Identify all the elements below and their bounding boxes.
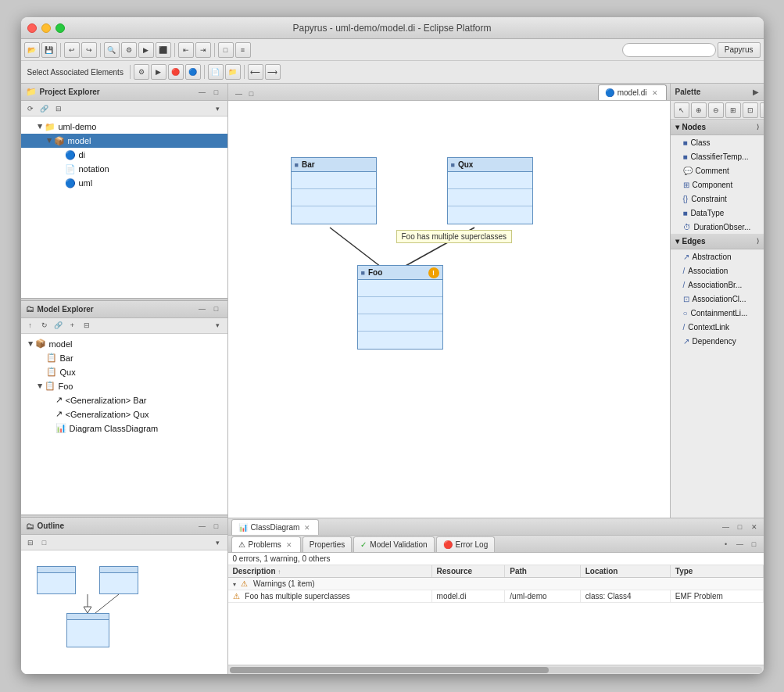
palette-item-abstraction[interactable]: ↗ Abstraction — [671, 249, 764, 264]
palette-more-btn[interactable]: ⋯ — [760, 102, 764, 118]
toolbar-r2-btn2[interactable]: ▶ — [151, 64, 166, 80]
pe-tb-btn1[interactable]: ⟳ — [24, 102, 37, 115]
toolbar-btn-6[interactable]: ⚙ — [121, 42, 137, 58]
palette-item-associationcl[interactable]: ⊡ AssociationCl... — [671, 292, 764, 306]
me-tb-btn2[interactable]: ↻ — [38, 319, 51, 332]
diagram-canvas[interactable]: ■ Bar ■ Qux — [228, 101, 670, 518]
me-tb-btn1[interactable]: ↑ — [24, 319, 37, 332]
palette-edges-section[interactable]: ▾ Edges ⟩ — [671, 234, 764, 249]
tree-item-di[interactable]: 🔵 di — [21, 148, 227, 162]
palette-select-btn[interactable]: ↖ — [674, 102, 689, 118]
palette-item-contextlink[interactable]: / ContextLink — [671, 320, 764, 334]
tree-item-model[interactable]: ▶ 📦 model — [21, 134, 227, 148]
editor-maximize-btn[interactable]: □ — [245, 88, 258, 100]
problems-hscrollbar[interactable] — [228, 665, 764, 674]
problems-hscrollbar-thumb[interactable] — [230, 667, 550, 673]
bottom-tab-classdiagram-close[interactable]: ✕ — [303, 523, 312, 532]
palette-item-datatype[interactable]: ■ DataType — [671, 206, 764, 220]
model-validation-tab[interactable]: ✓ Model Validation — [353, 536, 434, 552]
palette-expand-btn[interactable]: ▶ — [753, 88, 759, 96]
toolbar-r2-btn7[interactable]: ⟵ — [248, 64, 263, 80]
editor-tab-close[interactable]: ✕ — [650, 88, 660, 98]
pe-tb-more-btn[interactable]: ▾ — [212, 102, 224, 115]
maximize-panel-btn[interactable]: □ — [210, 86, 223, 99]
error-log-tab[interactable]: 🔴 Error Log — [436, 536, 496, 552]
toolbar-r2-btn3[interactable]: 🔴 — [168, 64, 184, 80]
me-tree-item-foo[interactable]: ▶ 📋 Foo — [21, 379, 227, 393]
problems-tab-close[interactable]: ✕ — [285, 540, 294, 550]
problems-tab[interactable]: ⚠ Problems ✕ — [231, 536, 301, 552]
toolbar-btn-1[interactable]: 📂 — [24, 42, 40, 58]
palette-item-durationobser[interactable]: ⏱ DurationObser... — [671, 220, 764, 234]
me-minimize-btn[interactable]: — — [196, 303, 209, 315]
palette-fit-btn[interactable]: ⊞ — [725, 102, 741, 118]
pe-tb-btn2[interactable]: 🔗 — [38, 102, 51, 115]
palette-item-component[interactable]: ⊞ Component — [671, 177, 764, 192]
toolbar-btn-2[interactable]: 💾 — [41, 42, 57, 58]
properties-tab[interactable]: Properties — [303, 536, 353, 552]
palette-zoom-out-btn[interactable]: ⊖ — [708, 102, 724, 118]
me-tree-item-gen-qux[interactable]: ↗ <Generalization> Qux — [21, 407, 227, 421]
toolbar-btn-8[interactable]: ⬛ — [156, 42, 171, 58]
bp-minimize-btn[interactable]: — — [720, 521, 732, 533]
pe-tb-collapse-btn[interactable]: ⊟ — [52, 102, 65, 115]
outline-maximize-btn[interactable]: □ — [210, 520, 223, 532]
me-tree-item-bar[interactable]: 📋 Bar — [21, 351, 227, 365]
palette-zoom-in-btn[interactable]: ⊕ — [691, 102, 707, 118]
bp-close-btn[interactable]: ✕ — [748, 521, 761, 533]
bp-maximize-btn[interactable]: □ — [734, 521, 746, 533]
outline-more-btn[interactable]: ▾ — [212, 536, 224, 549]
problems-dot-btn[interactable]: • — [720, 538, 732, 550]
uml-class-qux[interactable]: ■ Qux — [447, 157, 533, 224]
group-expand-arrow[interactable]: ▾ — [233, 581, 236, 588]
toolbar-btn-5[interactable]: 🔍 — [104, 42, 120, 58]
me-tb-btn4[interactable]: + — [66, 319, 79, 332]
me-arrow-model[interactable]: ▶ — [27, 340, 35, 348]
me-tree-item-qux[interactable]: 📋 Qux — [21, 365, 227, 379]
me-maximize-btn[interactable]: □ — [210, 303, 223, 315]
problems-maximize-btn[interactable]: □ — [748, 538, 761, 550]
tree-item-notation[interactable]: 📄 notation — [21, 162, 227, 176]
tree-arrow-uml-demo[interactable]: ▶ — [37, 123, 45, 131]
toolbar-r2-btn1[interactable]: ⚙ — [134, 64, 149, 80]
toolbar-btn-4[interactable]: ↪ — [81, 42, 97, 58]
palette-item-class[interactable]: ■ Class — [671, 135, 764, 149]
palette-item-association[interactable]: / Association — [671, 264, 764, 278]
palette-nodes-section[interactable]: ▾ Nodes ⟩ — [671, 120, 764, 135]
problems-group-row-warnings[interactable]: ▾ ⚠ Warnings (1 item) — [228, 578, 764, 590]
tree-arrow-model[interactable]: ▶ — [46, 137, 54, 145]
problems-row-foo-warning[interactable]: ⚠ Foo has multiple superclasses model.di… — [228, 590, 764, 603]
outline-minimize-btn[interactable]: — — [196, 520, 209, 532]
toolbar-r2-btn5[interactable]: 📄 — [208, 64, 224, 80]
me-tb-more-btn[interactable]: ▾ — [212, 319, 224, 332]
me-tree-item-diagram[interactable]: 📊 Diagram ClassDiagram — [21, 421, 227, 436]
toolbar-r2-btn4[interactable]: 🔵 — [185, 64, 201, 80]
minimize-button[interactable] — [41, 23, 51, 33]
editor-tab-model-di[interactable]: 🔵 model.di ✕ — [598, 84, 667, 100]
minimize-panel-btn[interactable]: — — [196, 86, 209, 99]
toolbar-r2-btn6[interactable]: 📁 — [225, 64, 241, 80]
palette-item-containmentli[interactable]: ○ ContainmentLi... — [671, 306, 764, 320]
me-tb-btn3[interactable]: 🔗 — [52, 319, 65, 332]
palette-item-associationbr[interactable]: / AssociationBr... — [671, 278, 764, 292]
toolbar-btn-3[interactable]: ↩ — [64, 42, 80, 58]
papyrus-button[interactable]: Papyrus — [718, 42, 761, 58]
palette-item-dependency[interactable]: ↗ Dependency — [671, 334, 764, 348]
tree-item-uml-demo[interactable]: ▶ 📁 uml-demo — [21, 120, 227, 134]
tree-item-uml[interactable]: 🔵 uml — [21, 176, 227, 190]
uml-class-bar[interactable]: ■ Bar — [291, 157, 377, 224]
me-arrow-foo[interactable]: ▶ — [37, 382, 45, 390]
outline-tb-btn2[interactable]: □ — [38, 536, 51, 549]
toolbar-btn-7[interactable]: ▶ — [138, 42, 154, 58]
toolbar-r2-btn8[interactable]: ⟶ — [265, 64, 281, 80]
toolbar-btn-11[interactable]: □ — [218, 42, 234, 58]
problems-minimize-btn[interactable]: — — [734, 538, 746, 550]
outline-tb-btn1[interactable]: ⊟ — [24, 536, 37, 549]
palette-grid-btn[interactable]: ⊡ — [743, 102, 758, 118]
bottom-tab-classdiagram[interactable]: 📊 ClassDiagram ✕ — [231, 519, 320, 535]
search-input[interactable] — [622, 43, 716, 57]
toolbar-btn-9[interactable]: ⇤ — [178, 42, 194, 58]
editor-minimize-btn[interactable]: — — [233, 88, 245, 100]
me-tree-item-model[interactable]: ▶ 📦 model — [21, 337, 227, 351]
maximize-button[interactable] — [55, 23, 65, 33]
